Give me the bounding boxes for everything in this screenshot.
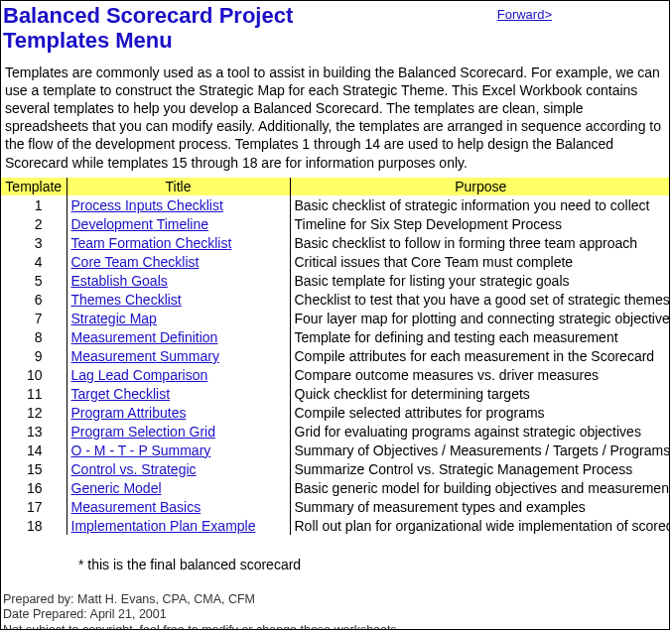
template-title-cell: Themes Checklist	[67, 290, 290, 309]
table-row: 14O - M - T - P SummarySummary of Object…	[1, 441, 670, 459]
template-title-cell: Target Checklist	[67, 384, 290, 403]
col-header-purpose: Purpose	[290, 178, 670, 195]
table-row: 18Implementation Plan ExampleRoll out pl…	[1, 516, 670, 535]
template-title-cell: Core Team Checklist	[67, 252, 290, 271]
template-purpose: Critical issues that Core Team must comp…	[290, 252, 670, 271]
table-row: 13Program Selection GridGrid for evaluat…	[1, 422, 670, 441]
table-row: 5Establish GoalsBasic template for listi…	[1, 271, 670, 290]
template-link[interactable]: O - M - T - P Summary	[71, 442, 211, 458]
template-link[interactable]: Target Checklist	[71, 386, 171, 402]
template-purpose: Summary of Objectives / Measurements / T…	[290, 441, 670, 459]
template-link[interactable]: Program Selection Grid	[71, 424, 216, 440]
col-header-number: Template	[1, 178, 67, 195]
table-row: 3Team Formation ChecklistBasic checklist…	[1, 233, 670, 252]
template-title-cell: Control vs. Strategic	[67, 459, 290, 478]
template-purpose: Grid for evaluating programs against str…	[290, 422, 670, 441]
forward-link[interactable]: Forward>	[497, 3, 669, 22]
template-title-cell: Generic Model	[67, 478, 290, 497]
template-purpose: Compile attributes for each measurement …	[290, 346, 670, 365]
template-purpose: Template for defining and testing each m…	[290, 327, 670, 346]
worksheet: Balanced Scorecard Project Templates Men…	[0, 0, 670, 630]
template-link[interactable]: Generic Model	[71, 480, 162, 496]
template-purpose: Quick checklist for determining targets	[290, 384, 670, 403]
intro-paragraph: Templates are commonly used as a tool to…	[1, 54, 669, 178]
prepared-date: Date Prepared: April 21, 2001	[3, 607, 669, 623]
template-purpose: Four layer map for plotting and connecti…	[290, 309, 670, 327]
table-row: 10Lag Lead ComparisonCompare outcome mea…	[1, 365, 670, 384]
table-row: 15Control vs. StrategicSummarize Control…	[1, 459, 670, 478]
template-number: 16	[1, 478, 67, 497]
template-purpose: Compare outcome measures vs. driver meas…	[290, 365, 670, 384]
template-title-cell: Strategic Map	[67, 309, 290, 327]
template-title-cell: Lag Lead Comparison	[67, 365, 290, 384]
template-purpose: Basic template for listing your strategi…	[290, 271, 670, 290]
table-row: 16Generic ModelBasic generic model for b…	[1, 478, 670, 497]
table-row: 9Measurement SummaryCompile attributes f…	[1, 346, 670, 365]
template-title-cell: Measurement Summary	[67, 346, 290, 365]
template-link[interactable]: Core Team Checklist	[71, 254, 200, 270]
template-link[interactable]: Measurement Definition	[71, 329, 218, 345]
header-row: Balanced Scorecard Project Templates Men…	[1, 1, 669, 54]
template-link[interactable]: Program Attributes	[71, 405, 187, 421]
footnote: * this is the final balanced scorecard	[1, 535, 669, 572]
table-row: 1Process Inputs ChecklistBasic checklist…	[1, 195, 670, 214]
template-purpose: Summary of measurement types and example…	[290, 497, 670, 516]
template-link[interactable]: Lag Lead Comparison	[71, 367, 208, 383]
template-link[interactable]: Development Timeline	[71, 216, 209, 232]
template-purpose: Basic generic model for building objecti…	[290, 478, 670, 497]
table-row: 7Strategic MapFour layer map for plottin…	[1, 309, 670, 327]
template-link[interactable]: Process Inputs Checklist	[71, 197, 223, 213]
template-number: 8	[1, 327, 67, 346]
table-row: 11Target ChecklistQuick checklist for de…	[1, 384, 670, 403]
template-number: 3	[1, 233, 67, 252]
template-title-cell: Establish Goals	[67, 271, 290, 290]
title-line-2: Templates Menu	[3, 28, 173, 53]
template-number: 7	[1, 309, 67, 327]
template-number: 12	[1, 403, 67, 422]
template-title-cell: Program Selection Grid	[67, 422, 290, 441]
template-purpose: Compile selected attributes for programs	[290, 403, 670, 422]
template-number: 18	[1, 516, 67, 535]
template-number: 2	[1, 214, 67, 233]
prepared-block: Prepared by: Matt H. Evans, CPA, CMA, CF…	[1, 572, 669, 630]
template-purpose: Timeline for Six Step Development Proces…	[290, 214, 670, 233]
template-link[interactable]: Establish Goals	[71, 273, 168, 289]
template-number: 4	[1, 252, 67, 271]
table-row: 2Development TimelineTimeline for Six St…	[1, 214, 670, 233]
template-number: 1	[1, 195, 67, 214]
template-number: 17	[1, 497, 67, 516]
template-title-cell: O - M - T - P Summary	[67, 441, 290, 459]
template-title-cell: Implementation Plan Example	[67, 516, 290, 535]
template-link[interactable]: Measurement Basics	[71, 499, 202, 515]
template-number: 15	[1, 459, 67, 478]
template-number: 14	[1, 441, 67, 459]
template-title-cell: Measurement Definition	[67, 327, 290, 346]
table-row: 8Measurement DefinitionTemplate for defi…	[1, 327, 670, 346]
title-line-1: Balanced Scorecard Project	[3, 3, 293, 28]
templates-table: Template Title Purpose 1Process Inputs C…	[1, 178, 670, 535]
template-link[interactable]: Themes Checklist	[71, 292, 182, 308]
table-header-row: Template Title Purpose	[1, 178, 670, 195]
template-purpose: Roll out plan for organizational wide im…	[290, 516, 670, 535]
template-number: 11	[1, 384, 67, 403]
template-purpose: Checklist to test that you have a good s…	[290, 290, 670, 309]
template-number: 13	[1, 422, 67, 441]
template-number: 9	[1, 346, 67, 365]
template-purpose: Basic checklist of strategic information…	[290, 195, 670, 214]
col-header-title: Title	[67, 178, 290, 195]
page-title: Balanced Scorecard Project Templates Men…	[3, 3, 293, 54]
template-number: 5	[1, 271, 67, 290]
template-title-cell: Measurement Basics	[67, 497, 290, 516]
table-row: 4Core Team ChecklistCritical issues that…	[1, 252, 670, 271]
template-title-cell: Process Inputs Checklist	[67, 195, 290, 214]
template-purpose: Basic checklist to follow in forming thr…	[290, 233, 670, 252]
table-row: 12Program AttributesCompile selected att…	[1, 403, 670, 422]
template-link[interactable]: Measurement Summary	[71, 348, 219, 364]
template-link[interactable]: Team Formation Checklist	[71, 235, 232, 251]
template-link[interactable]: Implementation Plan Example	[71, 518, 256, 534]
template-title-cell: Team Formation Checklist	[67, 233, 290, 252]
template-number: 10	[1, 365, 67, 384]
prepared-by: Prepared by: Matt H. Evans, CPA, CMA, CF…	[3, 592, 669, 608]
template-link[interactable]: Control vs. Strategic	[71, 461, 197, 477]
template-link[interactable]: Strategic Map	[71, 311, 157, 326]
